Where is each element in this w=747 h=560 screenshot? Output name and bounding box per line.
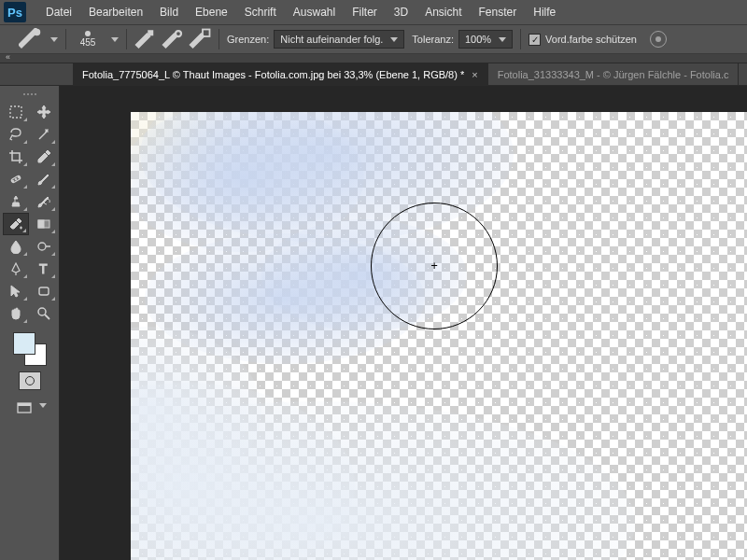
menu-select[interactable]: Auswahl	[285, 2, 344, 22]
transparency-checker	[131, 112, 747, 560]
tolerance-value: 100%	[465, 34, 491, 45]
default-colors-icon[interactable]	[13, 357, 22, 366]
path-select-tool[interactable]	[3, 280, 29, 302]
svg-point-6	[12, 180, 14, 182]
swap-colors-icon[interactable]	[37, 332, 47, 342]
protect-fg-label: Vord.farbe schützen	[545, 34, 637, 45]
foreground-color-swatch[interactable]	[13, 332, 35, 355]
pressure-target-icon[interactable]	[650, 31, 667, 48]
svg-point-11	[38, 243, 46, 250]
toolbox: T	[0, 86, 60, 560]
svg-point-2	[176, 31, 181, 36]
dodge-tool[interactable]	[31, 235, 57, 258]
document-canvas[interactable]	[131, 112, 747, 560]
lasso-tool[interactable]	[3, 123, 29, 146]
tolerance-caret-icon	[499, 37, 506, 42]
limits-dropdown[interactable]: Nicht aufeinander folg.	[274, 30, 404, 49]
spot-heal-tool[interactable]	[3, 168, 29, 190]
tolerance-dropdown[interactable]: 100%	[458, 30, 513, 49]
tab-label: Fotolia_7775064_L © Thaut Images - Fotol…	[82, 69, 464, 80]
tab-close-icon[interactable]: ×	[472, 69, 477, 80]
menu-window[interactable]: Fenster	[471, 2, 526, 22]
tab-label: Fotolia_31333343_M - © Jürgen Fälchle - …	[498, 69, 729, 80]
sampling-once-icon[interactable]	[162, 28, 184, 50]
brush-size-value: 455	[80, 38, 96, 48]
history-brush-tool[interactable]	[31, 190, 57, 213]
brush-size-picker[interactable]: 455	[74, 31, 102, 48]
svg-point-7	[15, 178, 17, 180]
workspace	[60, 86, 747, 560]
menu-3d[interactable]: 3D	[386, 2, 416, 22]
svg-rect-16	[18, 403, 31, 406]
blur-tool[interactable]	[3, 235, 29, 258]
sampling-swatch-icon[interactable]	[189, 28, 211, 50]
options-bar: 455 Grenzen: Nicht aufeinander folg. Tol…	[0, 24, 747, 54]
brush-cursor	[371, 203, 498, 329]
menu-help[interactable]: Hilfe	[525, 2, 564, 22]
screen-mode-caret-icon[interactable]	[39, 403, 47, 408]
gradient-tool[interactable]	[31, 213, 57, 235]
quick-mask-toggle[interactable]	[19, 371, 41, 390]
color-swatches[interactable]	[13, 332, 47, 366]
svg-rect-13	[39, 287, 49, 295]
sampling-continuous-icon[interactable]	[134, 28, 157, 50]
svg-point-14	[38, 308, 46, 315]
pen-tool[interactable]	[3, 258, 29, 280]
menu-bar: Ps Datei Bearbeiten Bild Ebene Schrift A…	[0, 0, 747, 24]
svg-text:T: T	[39, 261, 48, 276]
brush-tool[interactable]	[31, 168, 57, 190]
tolerance-label: Toleranz:	[412, 34, 454, 45]
menu-image[interactable]: Bild	[151, 2, 187, 22]
menu-edit[interactable]: Bearbeiten	[80, 2, 151, 22]
main-area: T	[0, 86, 747, 560]
svg-point-8	[18, 176, 20, 178]
hand-tool[interactable]	[3, 302, 29, 325]
limits-label: Grenzen:	[227, 34, 269, 45]
limits-value: Nicht aufeinander folg.	[280, 34, 383, 45]
svg-rect-10	[38, 220, 44, 228]
tab-document-2[interactable]: Fotolia_31333343_M - © Jürgen Fälchle - …	[488, 63, 740, 85]
tab-document-1[interactable]: Fotolia_7775064_L © Thaut Images - Fotol…	[73, 63, 488, 85]
menu-layer[interactable]: Ebene	[187, 2, 236, 22]
type-tool[interactable]: T	[31, 258, 57, 280]
limits-caret-icon	[390, 37, 398, 42]
zoom-tool[interactable]	[31, 302, 57, 325]
svg-point-0	[35, 30, 40, 35]
toolbox-grip[interactable]	[4, 90, 56, 99]
move-tool[interactable]	[31, 101, 57, 123]
eyedropper-tool[interactable]	[31, 146, 57, 168]
crop-tool[interactable]	[3, 146, 29, 168]
clone-stamp-tool[interactable]	[3, 190, 29, 213]
protect-fg-checkbox[interactable]: ✓	[529, 34, 541, 46]
svg-rect-4	[10, 106, 21, 118]
background-eraser-tool[interactable]	[3, 213, 29, 235]
sampling-buttons	[134, 28, 211, 50]
screen-mode-button[interactable]	[13, 399, 35, 416]
document-tab-bar: Fotolia_7775064_L © Thaut Images - Fotol…	[0, 63, 747, 86]
brush-caret-icon[interactable]	[111, 37, 119, 42]
menu-view[interactable]: Ansicht	[416, 2, 470, 22]
shape-tool[interactable]	[31, 280, 57, 302]
brush-dot-icon	[85, 31, 91, 36]
menu-filter[interactable]: Filter	[344, 2, 386, 22]
menu-type[interactable]: Schrift	[236, 2, 285, 22]
magic-wand-tool[interactable]	[31, 123, 57, 146]
tool-preset-caret-icon[interactable]	[50, 37, 58, 42]
tool-preset-icon[interactable]	[19, 28, 41, 50]
app-logo: Ps	[4, 2, 26, 22]
panel-collapse-strip[interactable]	[0, 54, 747, 63]
menu-file[interactable]: Datei	[37, 2, 80, 22]
svg-rect-1	[148, 31, 153, 35]
marquee-tool[interactable]	[3, 101, 29, 123]
